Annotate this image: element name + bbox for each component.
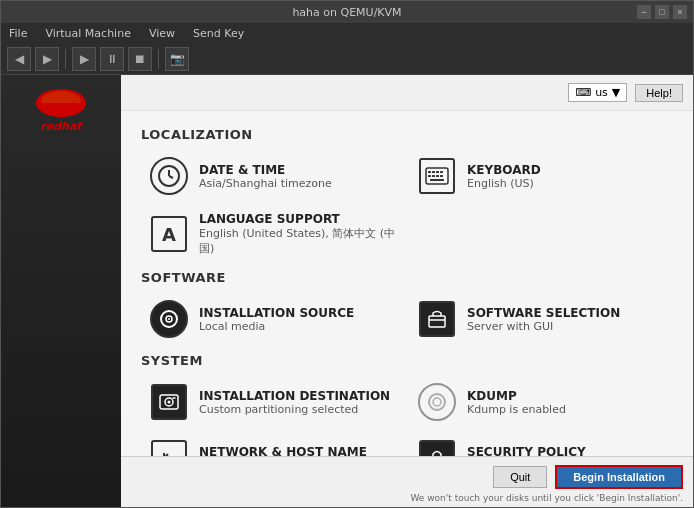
software-selection-icon xyxy=(417,299,457,339)
window-controls: − □ × xyxy=(637,5,687,19)
keyboard-text: KEYBOARD English (US) xyxy=(467,163,541,190)
svg-point-23 xyxy=(168,401,171,404)
hdd-svg xyxy=(158,391,180,413)
menu-view[interactable]: View xyxy=(145,27,179,40)
installation-destination-text: INSTALLATION DESTINATION Custom partitio… xyxy=(199,389,390,416)
menu-virtual-machine[interactable]: Virtual Machine xyxy=(41,27,135,40)
network-icon xyxy=(149,438,189,456)
language-support-label: LANGUAGE SUPPORT xyxy=(199,212,397,226)
svg-rect-14 xyxy=(440,175,443,177)
svg-point-25 xyxy=(429,394,445,410)
kdump-svg xyxy=(427,392,447,412)
lang-icon: A xyxy=(162,224,176,245)
language-support-text: LANGUAGE SUPPORT English (United States)… xyxy=(199,212,397,256)
toolbar-forward[interactable]: ▶ xyxy=(35,47,59,71)
kdump-label: KDUMP xyxy=(467,389,566,403)
toolbar-stop[interactable]: ⏹ xyxy=(128,47,152,71)
keyboard-item-icon xyxy=(417,156,457,196)
keyboard-label: KEYBOARD xyxy=(467,163,541,177)
installation-source-label: INSTALLATION SOURCE xyxy=(199,306,354,320)
installation-destination-value: Custom partitioning selected xyxy=(199,403,390,416)
lang-code: us xyxy=(595,86,608,99)
menu-send-key[interactable]: Send Key xyxy=(189,27,248,40)
svg-rect-7 xyxy=(428,171,431,173)
system-section-title: SYSTEM xyxy=(141,353,673,368)
software-section-title: SOFTWARE xyxy=(141,270,673,285)
kdump-value: Kdump is enabled xyxy=(467,403,566,416)
svg-rect-19 xyxy=(429,316,445,327)
quit-button[interactable]: Quit xyxy=(493,466,547,488)
toolbar-run[interactable]: ▶ xyxy=(72,47,96,71)
installation-source-text: INSTALLATION SOURCE Local media xyxy=(199,306,354,333)
logo-text: redhat xyxy=(40,120,81,133)
minimize-btn[interactable]: − xyxy=(637,5,651,19)
svg-rect-12 xyxy=(432,175,435,177)
top-bar: ⌨ us ▼ Help! xyxy=(121,75,693,111)
software-grid: INSTALLATION SOURCE Local media xyxy=(141,293,673,345)
toolbar-back[interactable]: ◀ xyxy=(7,47,31,71)
keyboard-item[interactable]: KEYBOARD English (US) xyxy=(409,150,673,202)
close-btn[interactable]: × xyxy=(673,5,687,19)
installation-destination-item[interactable]: INSTALLATION DESTINATION Custom partitio… xyxy=(141,376,405,428)
left-panel: redhat xyxy=(1,75,121,507)
bottom-buttons: Quit Begin Installation xyxy=(131,461,683,493)
svg-rect-15 xyxy=(430,179,444,181)
security-policy-label: SECURITY POLICY xyxy=(467,445,586,457)
software-selection-text: SOFTWARE SELECTION Server with GUI xyxy=(467,306,620,333)
begin-installation-button[interactable]: Begin Installation xyxy=(555,465,683,489)
date-time-label: DATE & TIME xyxy=(199,163,332,177)
help-button[interactable]: Help! xyxy=(635,84,683,102)
package-svg xyxy=(426,308,448,330)
localization-grid: DATE & TIME Asia/Shanghai timezone xyxy=(141,150,673,262)
date-time-icon xyxy=(149,156,189,196)
toolbar: ◀ ▶ ▶ ⏸ ⏹ 📷 xyxy=(1,43,693,75)
installation-source-icon xyxy=(149,299,189,339)
menu-file[interactable]: File xyxy=(5,27,31,40)
svg-point-18 xyxy=(168,318,170,320)
toolbar-pause[interactable]: ⏸ xyxy=(100,47,124,71)
main-content: redhat ⌨ us ▼ Help! LOCALIZATION xyxy=(1,75,693,507)
security-policy-item[interactable]: SECURITY POLICY No profile selected xyxy=(409,432,673,456)
date-time-text: DATE & TIME Asia/Shanghai timezone xyxy=(199,163,332,190)
security-policy-text: SECURITY POLICY No profile selected xyxy=(467,445,586,457)
redhat-logo: redhat xyxy=(34,85,89,133)
title-bar: haha on QEMU/KVM − □ × xyxy=(1,1,693,23)
date-time-value: Asia/Shanghai timezone xyxy=(199,177,332,190)
installation-source-item[interactable]: INSTALLATION SOURCE Local media xyxy=(141,293,405,345)
svg-line-5 xyxy=(169,176,173,178)
svg-rect-8 xyxy=(432,171,435,173)
system-grid: INSTALLATION DESTINATION Custom partitio… xyxy=(141,376,673,456)
keyboard-icon: ⌨ xyxy=(575,86,591,99)
software-selection-item[interactable]: SOFTWARE SELECTION Server with GUI xyxy=(409,293,673,345)
keyboard-value: English (US) xyxy=(467,177,541,190)
language-support-item[interactable]: A LANGUAGE SUPPORT English (United State… xyxy=(141,206,405,262)
software-selection-label: SOFTWARE SELECTION xyxy=(467,306,620,320)
right-panel: ⌨ us ▼ Help! LOCALIZATION xyxy=(121,75,693,507)
disc-svg xyxy=(159,309,179,329)
kdump-text: KDUMP Kdump is enabled xyxy=(467,389,566,416)
installer-content: LOCALIZATION xyxy=(121,111,693,456)
language-support-icon: A xyxy=(149,214,189,254)
kdump-icon xyxy=(417,382,457,422)
date-time-item[interactable]: DATE & TIME Asia/Shanghai timezone xyxy=(141,150,405,202)
logo-svg xyxy=(34,85,89,120)
language-support-value: English (United States), 简体中文 (中国) xyxy=(199,226,397,256)
language-selector[interactable]: ⌨ us ▼ xyxy=(568,83,627,102)
network-label: NETWORK & HOST NAME xyxy=(199,445,367,457)
keyboard-svg xyxy=(425,167,449,185)
clock-svg xyxy=(157,164,181,188)
installation-destination-icon xyxy=(149,382,189,422)
toolbar-separator xyxy=(65,49,66,69)
footer-note: We won't touch your disks until you clic… xyxy=(131,493,683,503)
toolbar-screenshot[interactable]: 📷 xyxy=(165,47,189,71)
svg-point-26 xyxy=(433,398,441,406)
kdump-item[interactable]: KDUMP Kdump is enabled xyxy=(409,376,673,428)
network-item[interactable]: NETWORK & HOST NAME Not connected xyxy=(141,432,405,456)
network-text: NETWORK & HOST NAME Not connected xyxy=(199,445,367,457)
maximize-btn[interactable]: □ xyxy=(655,5,669,19)
bottom-bar: Quit Begin Installation We won't touch y… xyxy=(121,456,693,507)
window-title: haha on QEMU/KVM xyxy=(292,6,401,19)
svg-rect-13 xyxy=(436,175,439,177)
lang-dropdown-icon: ▼ xyxy=(612,86,620,99)
installation-destination-label: INSTALLATION DESTINATION xyxy=(199,389,390,403)
